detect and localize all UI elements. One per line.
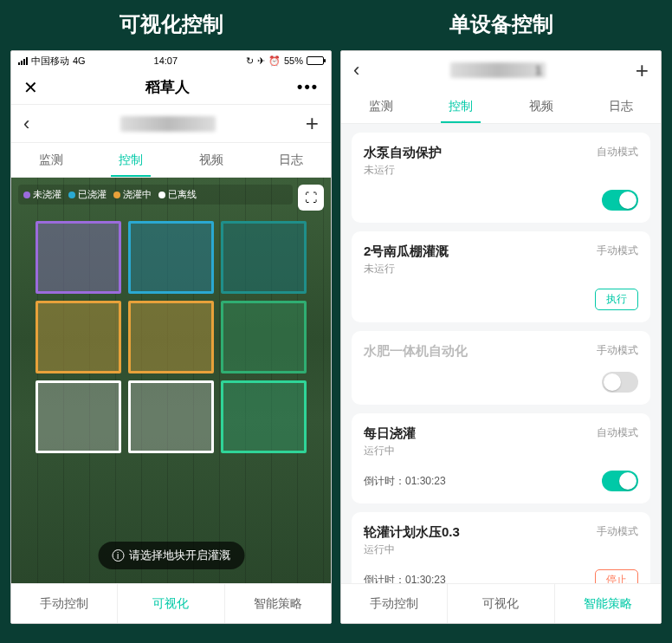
hint-pill: i 请选择地块开启灌溉 xyxy=(98,542,244,569)
toggle-switch[interactable] xyxy=(602,190,638,211)
bottom-tab-可视化[interactable]: 可视化 xyxy=(448,584,554,623)
network-label: 4G xyxy=(73,55,86,66)
device-card: 2号南瓜棚灌溉未运行手动模式执行 xyxy=(352,231,650,322)
legend-item: 浇灌中 xyxy=(113,188,152,201)
device-card: 水泵自动保护未运行自动模式 xyxy=(352,133,650,223)
toggle-switch xyxy=(602,372,638,393)
plot-cell-2[interactable] xyxy=(221,221,307,294)
legend-item: 未浇灌 xyxy=(23,188,61,201)
left-title: 可视化控制 xyxy=(10,10,332,38)
device-title: 轮灌计划水压0.3 xyxy=(364,524,460,541)
expand-icon[interactable]: ⛶ xyxy=(298,185,324,211)
device-name-blurred: 1 xyxy=(450,62,546,78)
device-title: 水泵自动保护 xyxy=(364,145,442,161)
sync-icon: ↻ xyxy=(246,55,254,67)
plot-cell-8[interactable] xyxy=(221,380,307,453)
countdown: 倒计时：01:30:23 xyxy=(364,474,446,489)
countdown: 倒计时：01:30:23 xyxy=(364,573,446,583)
top-tabs: 监测控制视频日志 xyxy=(341,89,661,124)
device-title: 水肥一体机自动化 xyxy=(364,343,468,360)
device-title: 每日浇灌 xyxy=(364,425,416,442)
status-bar: 中国移动 4G 14:07 ↻ ✈ ⏰ 55% xyxy=(11,51,331,70)
bottom-tab-智能策略[interactable]: 智能策略 xyxy=(225,584,331,623)
alarm-icon: ⏰ xyxy=(268,55,281,67)
right-phone: ‹ 1 + 监测控制视频日志 水泵自动保护未运行自动模式2号南瓜棚灌溉未运行手动… xyxy=(340,50,662,624)
legend: 未浇灌已浇灌浇灌中已离线 xyxy=(18,185,293,205)
device-header: ‹ 1 + xyxy=(341,51,661,89)
device-status: 未运行 xyxy=(364,262,449,276)
tab-视频[interactable]: 视频 xyxy=(171,143,251,177)
tab-监测[interactable]: 监测 xyxy=(11,143,91,177)
device-mode: 手动模式 xyxy=(597,343,638,358)
bottom-tab-手动控制[interactable]: 手动控制 xyxy=(11,584,118,623)
tab-监测[interactable]: 监测 xyxy=(341,89,421,123)
more-icon[interactable]: ••• xyxy=(297,78,319,96)
stop-button[interactable]: 停止 xyxy=(595,569,638,583)
device-name-blurred xyxy=(120,116,216,132)
device-mode: 自动模式 xyxy=(597,145,638,159)
battery-pct: 55% xyxy=(284,55,303,66)
tab-视频[interactable]: 视频 xyxy=(501,89,581,123)
bottom-tabs: 手动控制可视化智能策略 xyxy=(341,583,661,623)
device-mode: 手动模式 xyxy=(597,244,638,258)
tab-日志[interactable]: 日志 xyxy=(581,89,661,123)
device-mode: 手动模式 xyxy=(597,524,638,539)
device-header: ‹ + xyxy=(11,105,331,143)
close-icon[interactable]: ✕ xyxy=(23,77,38,98)
device-card: 轮灌计划水压0.3运行中手动模式倒计时：01:30:23停止 xyxy=(352,512,650,583)
plot-cell-0[interactable] xyxy=(36,221,121,294)
legend-item: 已离线 xyxy=(158,188,197,201)
battery-icon xyxy=(307,56,324,65)
device-mode: 自动模式 xyxy=(597,425,638,440)
device-card: 水肥一体机自动化手动模式 xyxy=(352,331,650,405)
location-icon: ✈ xyxy=(257,55,265,67)
plot-cell-4[interactable] xyxy=(128,301,214,373)
tab-控制[interactable]: 控制 xyxy=(421,89,501,123)
hint-text: 请选择地块开启灌溉 xyxy=(129,548,230,563)
add-icon[interactable]: + xyxy=(636,57,649,84)
clock: 14:07 xyxy=(154,55,178,66)
execute-button[interactable]: 执行 xyxy=(595,289,638,310)
app-header: ✕ 稻草人 ••• xyxy=(11,70,331,105)
carrier-label: 中国移动 xyxy=(31,55,69,68)
plot-cell-6[interactable] xyxy=(36,380,121,453)
bottom-tabs: 手动控制可视化智能策略 xyxy=(11,583,331,623)
device-status: 运行中 xyxy=(364,444,416,458)
info-icon: i xyxy=(112,549,124,562)
right-title: 单设备控制 xyxy=(340,10,662,38)
map-area[interactable]: 未浇灌已浇灌浇灌中已离线 ⛶ i 请选择地块开启灌溉 xyxy=(11,178,331,583)
tab-日志[interactable]: 日志 xyxy=(251,143,331,177)
device-title: 2号南瓜棚灌溉 xyxy=(364,244,449,260)
device-card: 每日浇灌运行中自动模式倒计时：01:30:23 xyxy=(352,413,650,503)
toggle-switch[interactable] xyxy=(602,471,638,491)
back-icon[interactable]: ‹ xyxy=(353,59,359,81)
device-status: 运行中 xyxy=(364,542,460,557)
device-status: 未运行 xyxy=(364,163,442,178)
bottom-tab-手动控制[interactable]: 手动控制 xyxy=(341,584,448,623)
bottom-tab-智能策略[interactable]: 智能策略 xyxy=(555,584,661,623)
plot-cell-1[interactable] xyxy=(128,221,214,294)
legend-item: 已浇灌 xyxy=(68,188,107,201)
tab-控制[interactable]: 控制 xyxy=(91,143,171,177)
top-tabs: 监测控制视频日志 xyxy=(11,143,331,178)
plot-cell-3[interactable] xyxy=(36,301,121,373)
signal-icon xyxy=(18,57,28,65)
app-title: 稻草人 xyxy=(145,77,190,97)
back-icon[interactable]: ‹ xyxy=(23,113,29,135)
bottom-tab-可视化[interactable]: 可视化 xyxy=(118,584,224,623)
plot-cell-7[interactable] xyxy=(128,380,214,453)
plot-grid xyxy=(36,221,307,453)
add-icon[interactable]: + xyxy=(306,110,319,137)
left-phone: 中国移动 4G 14:07 ↻ ✈ ⏰ 55% ✕ 稻草人 ••• ‹ xyxy=(10,50,332,624)
plot-cell-5[interactable] xyxy=(221,301,307,373)
device-list[interactable]: 水泵自动保护未运行自动模式2号南瓜棚灌溉未运行手动模式执行水肥一体机自动化手动模… xyxy=(341,124,661,583)
